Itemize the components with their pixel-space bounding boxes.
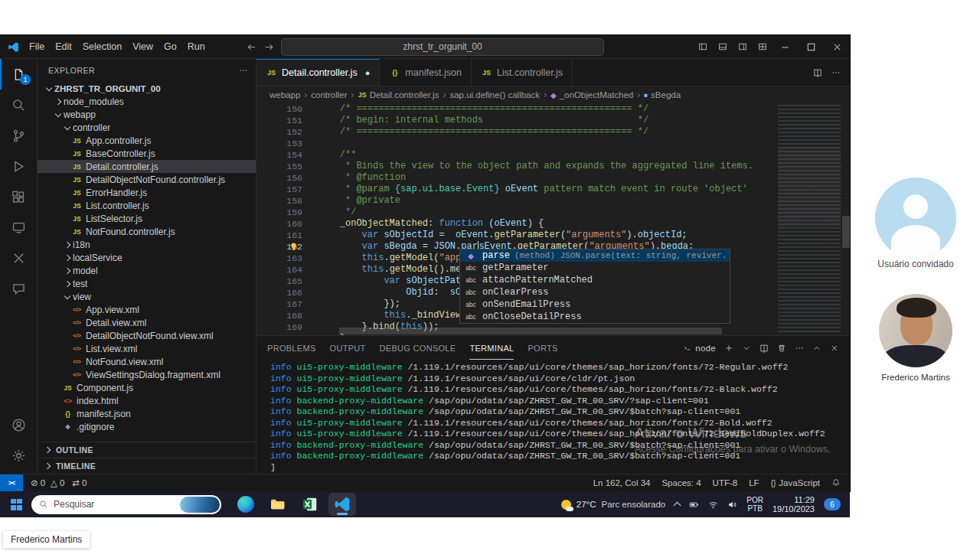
maximize-panel-icon[interactable]: [812, 344, 822, 353]
indentation[interactable]: Spaces: 4: [662, 478, 701, 487]
edge-app-icon[interactable]: [232, 493, 260, 516]
minimap[interactable]: [778, 105, 841, 334]
code-editor[interactable]: 150 /* =================================…: [256, 103, 850, 335]
breadcrumb-item-sbegda[interactable]: ■sBegda: [643, 90, 681, 99]
maximize-button[interactable]: [798, 35, 824, 58]
close-panel-icon[interactable]: [830, 344, 839, 353]
activity-account-icon[interactable]: [0, 409, 37, 440]
breadcrumb-item-sap-ui-define-callback[interactable]: sap.ui.define() callback: [449, 90, 541, 99]
suggestion-parse[interactable]: ◆parse(method) JSON.parse(text: string, …: [460, 249, 730, 262]
explorer-item-app-controller-js[interactable]: JSApp.controller.js: [38, 134, 256, 147]
activity-search-icon[interactable]: [0, 90, 37, 120]
split-editor-icon[interactable]: [813, 68, 822, 77]
activity-explorer-icon[interactable]: 1: [0, 59, 37, 90]
toggle-sidebar-icon[interactable]: [698, 42, 707, 51]
suggestion-onclearpress[interactable]: abconClearPress: [460, 286, 730, 298]
tab-list-controller-js[interactable]: JSList.controller.js: [472, 59, 573, 86]
activity-run-and-debug-icon[interactable]: [0, 151, 37, 181]
wifi-icon[interactable]: [708, 500, 718, 510]
explorer-item-listselector-js[interactable]: JSListSelector.js: [38, 212, 256, 225]
explorer-item-component-js[interactable]: JSComponent.js: [38, 381, 256, 394]
tab-detail-controller-js[interactable]: JSDetail.controller.js●: [256, 59, 380, 86]
menu-run[interactable]: Run: [182, 41, 211, 52]
explorer-more-actions-icon[interactable]: [239, 66, 248, 75]
activity-extensions-icon[interactable]: [0, 181, 37, 212]
explorer-item-app-view-xml[interactable]: </>App.view.xml: [38, 303, 256, 316]
lightbulb-icon[interactable]: [289, 242, 299, 255]
tab-manifest-json[interactable]: {}manifest.json: [380, 59, 472, 86]
explorer-item-manifest-json[interactable]: {}manifest.json: [38, 407, 256, 420]
kill-terminal-icon[interactable]: [777, 344, 786, 353]
menu-selection[interactable]: Selection: [77, 41, 127, 52]
launch-profile[interactable]: node: [683, 344, 716, 353]
breadcrumb-item-onobjectmatched[interactable]: ◆_onObjectMatched: [550, 90, 634, 99]
panel-tab-ports[interactable]: PORTS: [528, 336, 557, 360]
activity-settings-icon[interactable]: [0, 440, 37, 471]
sync-indicator[interactable]: ⇄0: [72, 478, 87, 488]
weather-widget[interactable]: 27°C Parc ensolarado: [561, 500, 665, 510]
explorer-item-list-view-xml[interactable]: </>List.view.xml: [38, 342, 256, 355]
panel-tab-output[interactable]: OUTPUT: [330, 336, 366, 360]
explorer-item-localservice[interactable]: localService: [38, 251, 256, 264]
breadcrumb-item-controller[interactable]: controller: [310, 90, 348, 99]
explorer-item-detailobjectnotfound-controller-js[interactable]: JSDetailObjectNotFound.controller.js: [38, 173, 256, 186]
excel-app-icon[interactable]: [296, 493, 324, 516]
nav-back-icon[interactable]: [246, 41, 257, 53]
explorer-item-test[interactable]: test: [38, 277, 256, 290]
suggestion-onsendemailpress[interactable]: abconSendEmailPress: [460, 298, 730, 311]
menu-go[interactable]: Go: [158, 41, 182, 52]
file-explorer-app-icon[interactable]: [264, 493, 292, 516]
explorer-item-gitignore[interactable]: ◆.gitignore: [38, 420, 256, 433]
explorer-item-index-html[interactable]: <>index.html: [38, 394, 256, 407]
vscode-app-icon[interactable]: [328, 493, 356, 516]
tray-overflow-chevron-icon[interactable]: [674, 502, 681, 510]
menu-view[interactable]: View: [127, 41, 158, 52]
eol[interactable]: LF: [749, 478, 759, 487]
customize-layout-icon[interactable]: [758, 42, 767, 51]
explorer-item-notfound-controller-js[interactable]: JSNotFound.controller.js: [38, 225, 256, 238]
suggestion-attachpatternmatched[interactable]: abcattachPatternMatched: [460, 274, 730, 286]
explorer-item-webapp[interactable]: webapp: [38, 108, 256, 121]
explorer-item-viewsettingsdialog-fragment-xml[interactable]: </>ViewSettingsDialog.fragment.xml: [38, 368, 256, 381]
outline-section[interactable]: OUTLINE: [38, 442, 256, 458]
terminal-dropdown-icon[interactable]: [742, 344, 751, 353]
explorer-item-view[interactable]: view: [38, 290, 256, 303]
explorer-item-detail-view-xml[interactable]: </>Detail.view.xml: [38, 316, 256, 329]
toggle-panel-icon[interactable]: [718, 42, 727, 51]
activity-tools-icon[interactable]: [0, 243, 37, 273]
new-terminal-icon[interactable]: [724, 344, 733, 353]
volume-icon[interactable]: [727, 500, 737, 510]
vertical-scrollbar[interactable]: [842, 216, 850, 248]
toggle-secondary-sidebar-icon[interactable]: [738, 42, 747, 51]
explorer-item-zhrst-tr-orgunit-00[interactable]: ZHRST_TR_ORGUNIT_00: [38, 82, 256, 95]
minimize-button[interactable]: [772, 35, 798, 58]
cursor-position[interactable]: Ln 162, Col 34: [593, 478, 651, 487]
command-center-search[interactable]: zhrst_tr_orgunit_00: [281, 38, 604, 56]
explorer-item-i18n[interactable]: i18n: [38, 238, 256, 251]
horizontal-scrollbar[interactable]: [339, 328, 722, 334]
suggestion-onclosedetailpress[interactable]: abconCloseDetailPress: [460, 311, 730, 323]
notifications-bell-icon[interactable]: [831, 478, 841, 487]
panel-tab-terminal[interactable]: TERMINAL: [469, 336, 514, 360]
menu-file[interactable]: File: [24, 41, 50, 52]
encoding[interactable]: UTF-8: [713, 478, 738, 487]
keyboard-language[interactable]: POR PTB: [746, 496, 763, 513]
explorer-item-list-controller-js[interactable]: JSList.controller.js: [38, 199, 256, 212]
split-terminal-icon[interactable]: [760, 344, 769, 353]
search-highlight-image[interactable]: [180, 497, 220, 513]
explorer-item-errorhandler-js[interactable]: JSErrorHandler.js: [38, 186, 256, 199]
close-button[interactable]: [824, 35, 850, 58]
activity-source-control-icon[interactable]: [0, 120, 37, 151]
remote-indicator[interactable]: ><: [0, 474, 23, 491]
explorer-item-model[interactable]: model: [38, 264, 256, 277]
menu-edit[interactable]: Edit: [50, 41, 77, 52]
battery-icon[interactable]: [689, 500, 699, 510]
explorer-item-detailobjectnotfound-view-xml[interactable]: </>DetailObjectNotFound.view.xml: [38, 329, 256, 342]
breadcrumb-item-detail-controller-js[interactable]: JSDetail.controller.js: [358, 90, 440, 99]
explorer-item-notfound-view-xml[interactable]: </>NotFound.view.xml: [38, 355, 256, 368]
explorer-item-basecontroller-js[interactable]: JSBaseController.js: [38, 147, 256, 160]
editor-more-actions-icon[interactable]: [831, 68, 841, 77]
suggestion-getparameter[interactable]: abcgetParameter: [460, 262, 730, 274]
explorer-item-node-modules[interactable]: node_modules: [38, 95, 256, 108]
breadcrumb-item-webapp[interactable]: webapp: [269, 90, 301, 99]
